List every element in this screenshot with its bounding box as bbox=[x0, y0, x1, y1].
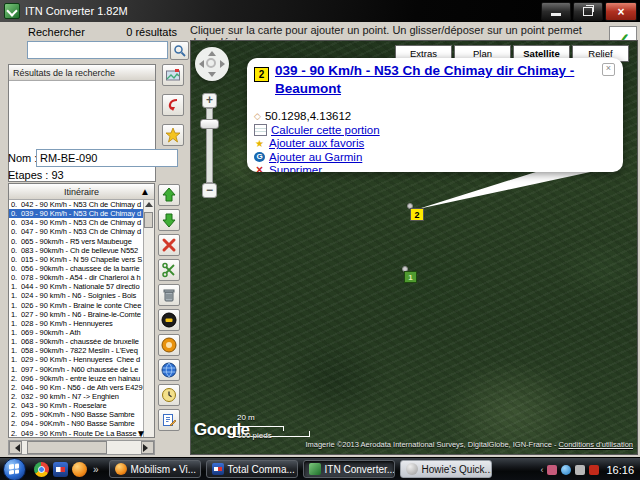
trash-button[interactable] bbox=[158, 284, 180, 306]
search-button[interactable] bbox=[170, 41, 189, 60]
move-up-button[interactable] bbox=[158, 184, 180, 206]
coordinates-icon: ◇ bbox=[254, 111, 261, 121]
itinerary-row[interactable]: 1. 026 - 90 Km/h - Braine le conte Chee bbox=[9, 301, 144, 310]
tray-icon-3[interactable] bbox=[575, 465, 585, 475]
close-button[interactable]: × bbox=[605, 2, 637, 21]
locate-on-map-button[interactable] bbox=[162, 64, 184, 86]
speed-camera-orange-button[interactable] bbox=[158, 334, 180, 356]
itinerary-row[interactable]: 1. 068 - 90km/h - chaussée de bruxelle bbox=[9, 337, 144, 346]
taskbar-task-button[interactable]: Howie's Quick... bbox=[400, 460, 492, 478]
start-button[interactable] bbox=[3, 458, 26, 480]
quicklaunch-overflow-icon[interactable] bbox=[93, 464, 99, 475]
itinerary-row[interactable]: 0. 078 - 90km/h - A54 - dir Charleroi à … bbox=[9, 273, 144, 282]
pan-center-icon[interactable] bbox=[206, 58, 216, 68]
tray-icon-1[interactable] bbox=[547, 465, 557, 475]
name-label: Nom : bbox=[8, 152, 37, 164]
favorites-button[interactable] bbox=[162, 124, 184, 146]
tray-icon-4[interactable] bbox=[589, 465, 599, 475]
scroll-right-button[interactable] bbox=[141, 441, 154, 454]
map-pan-control[interactable] bbox=[195, 47, 229, 81]
itinerary-row[interactable]: 2. 096 - 90km/h - entre leuze en hainau bbox=[9, 374, 144, 383]
scroll-up-icon[interactable] bbox=[145, 202, 153, 207]
itinerary-row[interactable]: 2. 049 - 90 Km/h - Route De La Basse : bbox=[9, 429, 144, 437]
pan-up-icon[interactable] bbox=[208, 51, 216, 56]
itinerary-row[interactable]: 1. 044 - 90 Km/h - Nationale 57 directio bbox=[9, 282, 144, 291]
itinerary-vertical-scrollbar[interactable] bbox=[143, 200, 154, 437]
window-title: ITN Converter 1.82M bbox=[25, 5, 128, 17]
terms-link[interactable]: Conditions d'utilisation bbox=[559, 440, 633, 449]
firefox-quicklaunch-icon[interactable] bbox=[72, 462, 87, 477]
taskbar-task-button[interactable]: Mobilism • Vi... bbox=[109, 460, 201, 478]
reverse-route-icon bbox=[165, 97, 181, 113]
maximize-button[interactable] bbox=[573, 2, 603, 21]
route-name-input[interactable] bbox=[36, 149, 178, 167]
clock-button[interactable] bbox=[158, 384, 180, 406]
itinerary-row[interactable]: 0. 034 - 90 Km/h - N53 Ch de Chimay d bbox=[9, 218, 144, 227]
pan-down-icon[interactable] bbox=[208, 72, 216, 77]
itinerary-row[interactable]: 2. 043 - 90 Km/h - Roeselare bbox=[9, 401, 144, 410]
info-bubble: × 2 039 - 90 Km/h - N53 Ch de Chimay dir… bbox=[247, 58, 623, 172]
itinerary-row[interactable]: 1. 029 - 90 Km/h - Hennuyeres Chee d bbox=[9, 355, 144, 364]
tray-expand-icon[interactable] bbox=[540, 465, 543, 475]
total-commander-quicklaunch-icon[interactable] bbox=[53, 462, 68, 477]
delete-icon bbox=[161, 237, 177, 253]
map-marker-1[interactable]: 1 bbox=[404, 271, 417, 283]
chrome-quicklaunch-icon[interactable] bbox=[34, 462, 49, 477]
search-input[interactable] bbox=[27, 41, 168, 59]
trash-icon bbox=[161, 287, 177, 303]
itinerary-row[interactable]: 1. 028 - 90 Km/h - Hennuyeres bbox=[9, 319, 144, 328]
itinerary-row[interactable]: 0. 047 - 90 Km/h - N53 Ch de Chimay d bbox=[9, 227, 144, 236]
speed-camera-dark-button[interactable] bbox=[158, 309, 180, 331]
itinerary-row[interactable]: 1. 024 - 90 km/h - N6 - Soignies - Bois bbox=[9, 291, 144, 300]
bubble-action-link[interactable]: Ajouter aux favoris bbox=[269, 137, 364, 149]
itinerary-row[interactable]: 0. 083 - 90km/h - Ch de bellevue N552 bbox=[9, 246, 144, 255]
minimize-button[interactable] bbox=[541, 2, 571, 21]
itinerary-row[interactable]: 2. 046 - 90 Km - N56 - de Ath vers E429 bbox=[9, 383, 144, 392]
itinerary-row[interactable]: 2. 095 - 90Km/h - N90 Basse Sambre bbox=[9, 410, 144, 419]
bubble-coordinates: 50.1298,4.13612 bbox=[265, 110, 351, 122]
scale-imperial-label: 100 pieds bbox=[237, 431, 272, 440]
zoom-in-button[interactable]: + bbox=[202, 93, 217, 108]
itinerary-row[interactable]: 2. 094 - 90Km/h - N90 Basse Sambre bbox=[9, 419, 144, 428]
delete-stage-button[interactable] bbox=[158, 234, 180, 256]
sort-desc-icon[interactable]: ▼ bbox=[136, 428, 146, 439]
taskbar-task-button[interactable]: Total Comma... bbox=[206, 460, 298, 478]
reverse-route-button[interactable] bbox=[162, 94, 184, 116]
scroll-left-button[interactable] bbox=[9, 441, 22, 454]
itinerary-row[interactable]: 1. 058 - 90km/h - 7822 Meslin - L'Eveq bbox=[9, 346, 144, 355]
pan-right-icon[interactable] bbox=[220, 60, 225, 68]
search-icon bbox=[173, 44, 186, 57]
taskbar-task-button[interactable]: ITN Converter... bbox=[303, 460, 395, 478]
move-down-button[interactable] bbox=[158, 209, 180, 231]
itinerary-row[interactable]: 0. 039 - 90 Km/h - N53 Ch de Chimay d bbox=[9, 209, 144, 218]
globe-button[interactable] bbox=[158, 359, 180, 381]
scrollbar-thumb[interactable] bbox=[144, 212, 153, 228]
itinerary-row[interactable]: 0. 065 - 90km/h - R5 vers Maubeuge bbox=[9, 237, 144, 246]
hscrollbar-thumb[interactable] bbox=[27, 441, 107, 454]
itinerary-row[interactable]: 0. 015 - 90 Km/h - N 59 Chapelle vers S bbox=[9, 255, 144, 264]
zoom-slider-handle[interactable] bbox=[200, 119, 219, 129]
map-canvas[interactable]: ExtrasPlanSatelliteRelief + − 2 1 × 2 03… bbox=[190, 40, 638, 455]
itinerary-row[interactable]: 0. 042 - 90 Km/h - N53 Ch de Chimay d bbox=[9, 200, 144, 209]
bubble-link-icon bbox=[254, 165, 265, 172]
itinerary-row[interactable]: 1. 097 - 90Km/h - N60 chaussée de Le bbox=[9, 365, 144, 374]
itinerary-row[interactable]: 1. 069 - 90km/h - Ath bbox=[9, 328, 144, 337]
itinerary-horizontal-scrollbar[interactable] bbox=[8, 440, 155, 455]
speed-camera-orange-icon bbox=[161, 337, 177, 353]
itinerary-row[interactable]: 0. 056 - 90km/h - chaussee de la barrie bbox=[9, 264, 144, 273]
edit-button[interactable] bbox=[158, 409, 180, 431]
itinerary-row[interactable]: 1. 027 - 90 km/h - N6 - Braine-le-Comte bbox=[9, 310, 144, 319]
zoom-out-button[interactable]: − bbox=[202, 183, 217, 198]
map-marker-2[interactable]: 2 bbox=[410, 208, 424, 221]
bubble-action-link[interactable]: Supprimer bbox=[269, 164, 322, 172]
bubble-action-link[interactable]: Calculer cette portion bbox=[271, 124, 380, 136]
bubble-action-link[interactable]: Ajouter au Garmin bbox=[269, 151, 362, 163]
pan-left-icon[interactable] bbox=[199, 60, 204, 68]
bubble-title-link[interactable]: 039 - 90 Km/h - N53 Ch de Chimay dir Chi… bbox=[275, 62, 611, 97]
cut-route-button[interactable] bbox=[158, 259, 180, 281]
map-attribution: Imagerie ©2013 Aerodata International Su… bbox=[305, 440, 558, 449]
sort-asc-icon[interactable]: ▲ bbox=[140, 186, 150, 197]
itinerary-row[interactable]: 2. 032 - 90 km/h - N7 -> Enghien bbox=[9, 392, 144, 401]
itinerary-list[interactable]: Itinéraire ▲ 0. 042 - 90 Km/h - N53 Ch d… bbox=[8, 183, 155, 438]
tray-icon-2[interactable] bbox=[561, 465, 571, 475]
